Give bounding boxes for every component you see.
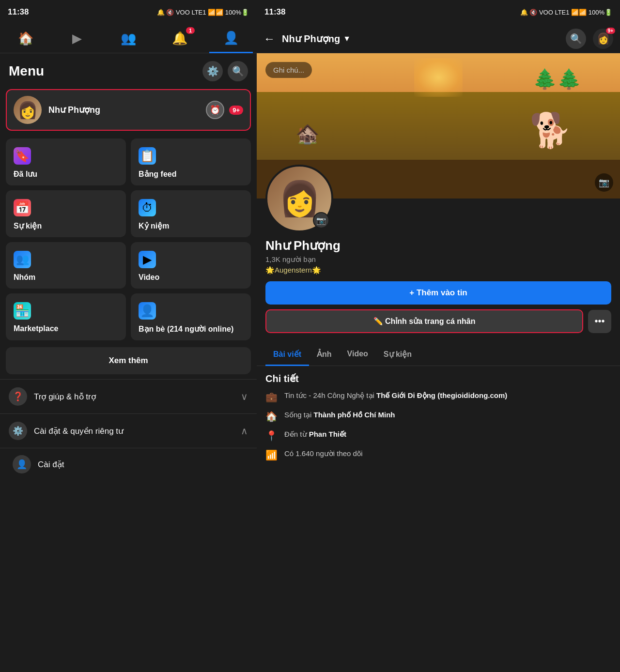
location-icon: 📍 bbox=[265, 430, 278, 442]
detail-from: 📍 Đến từ Phan Thiết bbox=[265, 429, 611, 442]
time-right: 11:38 bbox=[264, 7, 285, 17]
settings-section-item[interactable]: ⚙️ Cài đặt & quyền riêng tư ∧ bbox=[0, 413, 257, 448]
menu-item-events-label: Sự kiện bbox=[14, 221, 118, 230]
help-label: Trợ giúp & hỗ trợ bbox=[34, 392, 241, 402]
profile-card[interactable]: 👩 Như Phượng ⏰ 9+ bbox=[6, 89, 251, 131]
followers-icon: 📶 bbox=[265, 449, 278, 461]
right-panel: 11:38 🔔 🔇 VOO LTE1 📶📶 100%🔋 ← Như Phượng… bbox=[257, 0, 620, 672]
menu-item-video-label: Video bbox=[139, 273, 243, 282]
avatar: 👩 bbox=[14, 96, 42, 124]
details-section: Chi tiết 💼 Tin tức - 24h Công Nghệ tại T… bbox=[257, 366, 620, 474]
notification-badge: 1 bbox=[186, 27, 195, 34]
avatar-bar-button[interactable]: 👩 9+ bbox=[593, 29, 613, 49]
profile-notif-badge: 9+ bbox=[229, 106, 243, 115]
status-icons-left: 🔔 🔇 VOO LTE1 📶📶 100%🔋 bbox=[157, 9, 249, 16]
settings-sub-item[interactable]: 👤 Cài đặt bbox=[0, 448, 257, 480]
dropdown-chevron-icon[interactable]: ▼ bbox=[343, 34, 351, 43]
profile-pic-camera-icon: 📷 bbox=[316, 216, 326, 225]
search-bar-icon: 🔍 bbox=[570, 33, 582, 45]
nav-notifications[interactable]: 🔔 1 bbox=[158, 24, 202, 53]
menu-item-marketplace-label: Marketplace bbox=[14, 324, 118, 333]
menu-item-friends-label: Bạn bè (214 người online) bbox=[139, 324, 243, 334]
menu-item-memories[interactable]: ⏱ Kỷ niệm bbox=[131, 190, 251, 237]
home-icon: 🏠 bbox=[18, 31, 33, 46]
profile-top-bar: ← Như Phượng ▼ 🔍 👩 9+ bbox=[257, 24, 620, 53]
menu-item-feed[interactable]: 📋 Bảng feed bbox=[131, 138, 251, 185]
watch-icon: ▶ bbox=[72, 31, 82, 46]
left-panel: 11:38 🔔 🔇 VOO LTE1 📶📶 100%🔋 🏠 ▶ 👥 🔔 1 👤 … bbox=[0, 0, 257, 672]
help-icon: ❓ bbox=[9, 387, 27, 406]
cover-note-button[interactable]: Ghi chú... bbox=[265, 62, 312, 78]
profile-card-right: ⏰ 9+ bbox=[206, 101, 243, 119]
menu-header-icons: ⚙️ 🔍 bbox=[202, 61, 248, 81]
tab-photos[interactable]: Ảnh bbox=[309, 344, 340, 366]
tab-events[interactable]: Sự kiện bbox=[376, 344, 419, 366]
events-icon: 📅 bbox=[14, 199, 31, 216]
menu-grid: 🔖 Đã lưu 📋 Bảng feed 📅 Sự kiện ⏱ Kỷ niệm… bbox=[0, 134, 257, 345]
help-section-item[interactable]: ❓ Trợ giúp & hỗ trợ ∨ bbox=[0, 379, 257, 413]
menu-item-groups-label: Nhóm bbox=[14, 273, 118, 282]
groups-icon: 👥 bbox=[14, 251, 31, 268]
menu-item-saved[interactable]: 🔖 Đã lưu bbox=[6, 138, 126, 185]
settings-icon-btn[interactable]: ⚙️ bbox=[202, 61, 223, 81]
back-button[interactable]: ← bbox=[264, 32, 275, 46]
menu-item-marketplace[interactable]: 🏪 Marketplace bbox=[6, 293, 126, 340]
cover-camera-icon: 📷 bbox=[599, 177, 609, 188]
menu-item-groups[interactable]: 👥 Nhóm bbox=[6, 242, 126, 289]
detail-followers: 📶 Có 1.640 người theo dõi bbox=[265, 448, 611, 461]
friends-nav-icon: 👥 bbox=[121, 31, 136, 46]
profile-pic-container: 👩 📷 bbox=[265, 165, 333, 232]
see-more-button[interactable]: Xem thêm bbox=[6, 347, 251, 374]
profile-bar-name-text: Như Phượng bbox=[282, 33, 340, 45]
profile-name: Như Phượng bbox=[48, 105, 206, 115]
cover-camera-button[interactable]: 📷 bbox=[595, 173, 613, 192]
settings-chevron-icon: ∧ bbox=[241, 425, 248, 437]
menu-item-video[interactable]: ▶ Video bbox=[131, 242, 251, 289]
profile-pic-camera-button[interactable]: 📷 bbox=[313, 212, 329, 229]
more-options-icon: ••• bbox=[594, 316, 604, 327]
bell-icon: 🔔 bbox=[172, 31, 187, 46]
marketplace-icon: 🏪 bbox=[14, 302, 31, 320]
home-detail-icon: 🏠 bbox=[265, 411, 278, 422]
nav-friends[interactable]: 👥 bbox=[107, 24, 150, 53]
profile-friends-count: 1,3K người bạn bbox=[265, 255, 611, 264]
search-bar-button[interactable]: 🔍 bbox=[566, 29, 586, 49]
nav-bar-left: 🏠 ▶ 👥 🔔 1 👤 bbox=[0, 24, 257, 53]
friends-menu-icon: 👤 bbox=[139, 302, 156, 320]
menu-item-saved-label: Đã lưu bbox=[14, 169, 118, 179]
menu-icon: 👤 bbox=[223, 31, 239, 46]
clock-icon: ⏰ bbox=[206, 101, 224, 119]
edit-profile-button[interactable]: ✏️ Chỉnh sửa trang cá nhân bbox=[265, 309, 583, 333]
profile-bar-right: 🔍 👩 9+ bbox=[566, 29, 613, 49]
status-bar-left: 11:38 🔔 🔇 VOO LTE1 📶📶 100%🔋 bbox=[0, 0, 257, 24]
detail-work: 💼 Tin tức - 24h Công Nghệ tại Thế Giới D… bbox=[265, 390, 611, 403]
menu-item-memories-label: Kỷ niệm bbox=[139, 221, 243, 230]
details-title: Chi tiết bbox=[265, 373, 611, 384]
settings-label: Cài đặt & quyền riêng tư bbox=[34, 426, 241, 436]
settings-sub-label: Cài đặt bbox=[38, 459, 248, 470]
video-icon: ▶ bbox=[139, 251, 156, 268]
add-to-story-button[interactable]: + Thêm vào tin bbox=[265, 281, 611, 305]
settings-gear-icon: ⚙️ bbox=[9, 422, 27, 440]
profile-bar-name-area: Như Phượng ▼ bbox=[282, 33, 351, 45]
menu-title: Menu bbox=[9, 63, 44, 79]
account-icon: 👤 bbox=[13, 455, 31, 473]
help-chevron-icon: ∨ bbox=[241, 391, 248, 402]
menu-item-feed-label: Bảng feed bbox=[139, 169, 243, 179]
feed-icon: 📋 bbox=[139, 147, 156, 165]
cover-barn-icon: 🏚️ bbox=[295, 122, 320, 145]
work-icon: 💼 bbox=[265, 391, 278, 403]
nav-menu[interactable]: 👤 bbox=[209, 24, 253, 53]
menu-item-friends[interactable]: 👤 Bạn bè (214 người online) bbox=[131, 293, 251, 340]
nav-home[interactable]: 🏠 bbox=[4, 24, 47, 53]
add-to-story-label: + Thêm vào tin bbox=[409, 288, 467, 298]
nav-watch[interactable]: ▶ bbox=[55, 24, 99, 53]
menu-item-events[interactable]: 📅 Sự kiện bbox=[6, 190, 126, 237]
cover-trees-icon: 🌲🌲 bbox=[533, 68, 581, 91]
tab-videos[interactable]: Video bbox=[340, 344, 376, 366]
tab-posts[interactable]: Bài viết bbox=[265, 344, 309, 366]
saved-icon: 🔖 bbox=[14, 147, 31, 165]
search-icon-btn[interactable]: 🔍 bbox=[228, 61, 248, 81]
more-options-button[interactable]: ••• bbox=[588, 310, 611, 333]
cover-dog-icon: 🐕 bbox=[529, 110, 572, 150]
